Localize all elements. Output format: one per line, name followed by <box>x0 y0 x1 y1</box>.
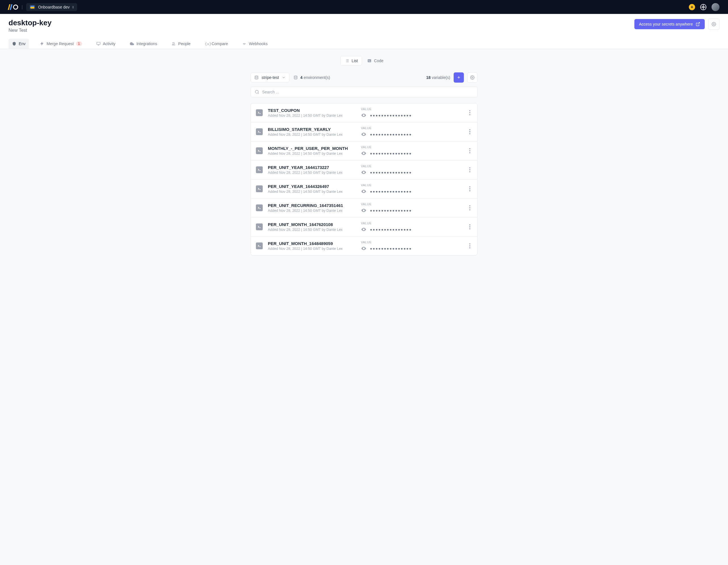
variable-row[interactable]: TEST_COUPON Added Nov 28, 2022 | 14:50 G… <box>251 103 477 122</box>
row-actions-button[interactable] <box>468 222 472 231</box>
variable-value-block: VALUE ●●●●●●●●●●●●●●● <box>361 126 462 137</box>
variable-value-block: VALUE ●●●●●●●●●●●●●●● <box>361 145 462 156</box>
variable-key-block: MONTHLY_-_PER_USER,_PER_MONTH Added Nov … <box>268 146 356 155</box>
tab-compare[interactable]: {x} Compare <box>201 39 232 49</box>
variable-meta: Added Nov 28, 2022 | 14:50 GMT by Dante … <box>268 209 356 213</box>
tab-merge-request[interactable]: Merge Request 1 <box>36 39 85 49</box>
variable-row[interactable]: PER_UNIT_MONTH_1648489059 Added Nov 28, … <box>251 236 477 255</box>
svg-point-25 <box>363 191 364 192</box>
avatar[interactable] <box>712 3 719 11</box>
variable-key-block: PER_UNIT_MONTH_1647620108 Added Nov 28, … <box>268 222 356 232</box>
row-actions-button[interactable] <box>468 146 472 155</box>
variable-list: TEST_COUPON Added Nov 28, 2022 | 14:50 G… <box>251 103 477 255</box>
bolt-icon <box>40 41 44 46</box>
row-actions-button[interactable] <box>468 127 472 136</box>
search-box[interactable] <box>251 87 477 97</box>
eye-icon[interactable] <box>361 188 367 194</box>
layers-icon <box>293 75 298 80</box>
page-header: desktop-key New Test Access your secrets… <box>0 14 728 49</box>
svg-point-3 <box>174 43 175 43</box>
value-label: VALUE <box>361 202 462 206</box>
more-icon <box>469 243 470 248</box>
eye-icon[interactable] <box>361 150 367 156</box>
row-actions-button[interactable] <box>468 203 472 212</box>
cloud-icon <box>130 41 134 46</box>
tab-integrations[interactable]: Integrations <box>126 39 161 49</box>
env-controls: stripe-test 4 environment(s) 18 variable… <box>251 72 477 83</box>
variable-row[interactable]: BILLISIMO_STARTER_YEARLY Added Nov 28, 2… <box>251 122 477 141</box>
svg-point-21 <box>363 153 364 154</box>
main-content: List Code stripe-test 4 environment(s) 1… <box>251 49 477 267</box>
org-icon <box>30 5 35 9</box>
environment-selector[interactable]: stripe-test <box>251 73 289 82</box>
value-label: VALUE <box>361 107 462 111</box>
logo[interactable] <box>9 4 18 10</box>
chevron-updown-icon: ▴▾ <box>72 5 74 9</box>
tab-env[interactable]: Env <box>9 39 29 49</box>
variable-key: PER_UNIT_YEAR_1644173227 <box>268 165 356 170</box>
add-global-button[interactable]: + <box>689 4 695 10</box>
terminal-icon <box>256 109 263 116</box>
variable-row[interactable]: MONTHLY_-_PER_USER,_PER_MONTH Added Nov … <box>251 141 477 160</box>
view-code-button[interactable]: Code <box>363 56 387 66</box>
eye-icon[interactable] <box>361 131 367 137</box>
more-icon <box>469 110 470 115</box>
variable-key-block: PER_UNIT_MONTH_1648489059 Added Nov 28, … <box>268 241 356 251</box>
eye-icon[interactable] <box>361 226 367 232</box>
masked-value: ●●●●●●●●●●●●●●● <box>370 151 412 155</box>
terminal-icon <box>256 147 263 154</box>
gear-icon <box>712 22 716 26</box>
variable-row[interactable]: PER_UNIT_RECURRING_1647351461 Added Nov … <box>251 198 477 217</box>
toggle-label: Code <box>374 58 383 63</box>
tab-activity[interactable]: Activity <box>93 39 119 49</box>
masked-value: ●●●●●●●●●●●●●●● <box>370 132 412 136</box>
variable-row[interactable]: PER_UNIT_MONTH_1647620108 Added Nov 28, … <box>251 217 477 236</box>
variable-key: BILLISIMO_STARTER_YEARLY <box>268 127 356 132</box>
terminal-icon <box>256 204 263 211</box>
variable-row[interactable]: PER_UNIT_YEAR_1644326497 Added Nov 28, 2… <box>251 179 477 198</box>
more-icon <box>469 224 470 229</box>
tab-label: Activity <box>103 41 115 46</box>
eye-icon[interactable] <box>361 207 367 213</box>
topbar-right: + <box>689 3 719 11</box>
eye-icon[interactable] <box>361 169 367 175</box>
tab-webhooks[interactable]: Webhooks <box>239 39 271 49</box>
help-icon[interactable] <box>700 4 706 10</box>
search-icon <box>255 90 259 94</box>
env-settings-button[interactable] <box>467 72 477 83</box>
org-name: Onboardbase dev <box>38 5 70 9</box>
view-list-button[interactable]: List <box>340 56 362 66</box>
variable-meta: Added Nov 28, 2022 | 14:50 GMT by Dante … <box>268 133 356 136</box>
variable-value-block: VALUE ●●●●●●●●●●●●●●● <box>361 183 462 194</box>
row-actions-button[interactable] <box>468 184 472 193</box>
svg-point-31 <box>363 248 364 249</box>
masked-value: ●●●●●●●●●●●●●●● <box>370 227 412 232</box>
svg-point-19 <box>363 134 364 134</box>
terminal-icon <box>256 185 263 192</box>
row-actions-button[interactable] <box>468 241 472 250</box>
masked-value: ●●●●●●●●●●●●●●● <box>370 170 412 175</box>
project-settings-button[interactable] <box>708 18 719 30</box>
terminal-icon <box>367 58 372 63</box>
eye-icon[interactable] <box>361 245 367 251</box>
svg-point-11 <box>255 76 258 77</box>
variable-key: MONTHLY_-_PER_USER,_PER_MONTH <box>268 146 356 151</box>
tab-label: Merge Request <box>47 41 74 46</box>
row-actions-button[interactable] <box>468 165 472 174</box>
page-title: desktop-key <box>9 18 52 27</box>
add-variable-button[interactable]: + <box>454 72 464 83</box>
more-icon <box>469 167 470 172</box>
eye-icon[interactable] <box>361 112 367 118</box>
value-label: VALUE <box>361 164 462 168</box>
search-input[interactable] <box>262 90 473 94</box>
terminal-icon <box>256 166 263 173</box>
variable-row[interactable]: PER_UNIT_YEAR_1644173227 Added Nov 28, 2… <box>251 160 477 179</box>
presentation-icon <box>96 41 101 46</box>
access-secrets-button[interactable]: Access your secrets anywhere <box>634 19 705 29</box>
row-actions-button[interactable] <box>468 108 472 117</box>
divider: | <box>22 5 23 10</box>
environment-count: 4 environment(s) <box>293 75 330 80</box>
tab-people[interactable]: People <box>168 39 194 49</box>
org-switcher[interactable]: Onboardbase dev ▴▾ <box>26 3 77 11</box>
shield-icon <box>12 41 16 46</box>
